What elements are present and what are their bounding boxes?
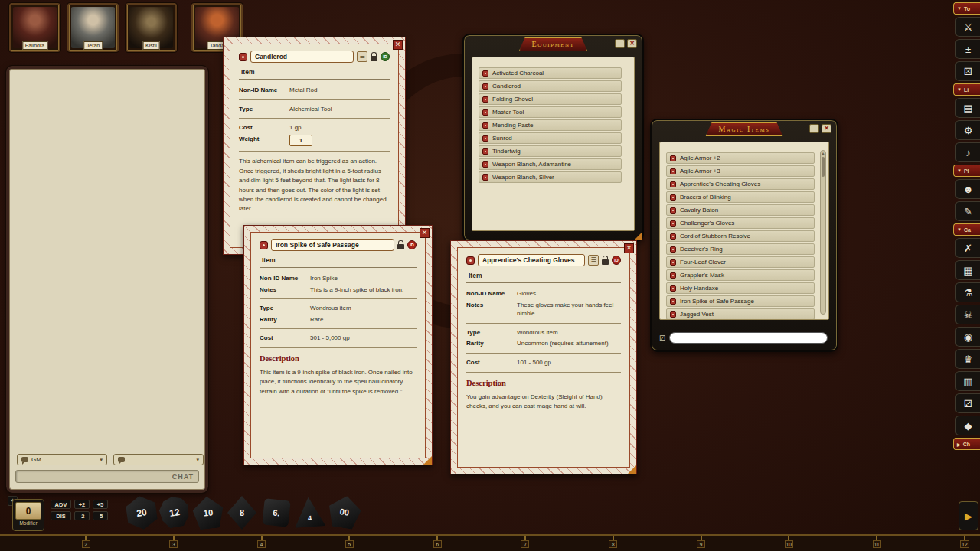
notes-button[interactable]: ☰ xyxy=(357,51,368,62)
hotbar-slot[interactable]: 3 xyxy=(168,536,180,551)
lock-icon[interactable] xyxy=(602,259,609,265)
field-value[interactable]: 101 - 500 gp xyxy=(517,358,621,367)
field-value[interactable]: 1 gp xyxy=(289,123,390,132)
list-item[interactable]: Sunrod xyxy=(479,132,622,144)
resize-grip[interactable] xyxy=(423,456,432,465)
field-value[interactable]: Metal Rod xyxy=(289,86,390,95)
field-value[interactable]: Wondrous item xyxy=(310,304,416,313)
sidebar-section-player[interactable]: ▼ Pl xyxy=(953,165,980,177)
list-item[interactable]: Weapon Blanch, Silver xyxy=(479,171,622,183)
tab-item[interactable]: Item xyxy=(260,256,416,268)
plus2-button[interactable]: +2 xyxy=(74,500,90,509)
item-name-input[interactable] xyxy=(478,254,585,266)
list-item[interactable]: Folding Shovel xyxy=(479,93,622,105)
list-item[interactable]: Mending Paste xyxy=(479,119,622,131)
hotbar-slot[interactable]: 9 xyxy=(695,536,707,551)
field-value[interactable]: Rare xyxy=(310,315,416,324)
field-value[interactable]: Alchemical Tool xyxy=(289,105,390,114)
dis-button[interactable]: DIS xyxy=(51,511,71,520)
lock-icon[interactable] xyxy=(397,244,404,249)
d4-die[interactable]: 4 xyxy=(293,495,326,530)
battle-icon[interactable]: ✗ xyxy=(956,238,980,258)
quests-trophy-icon[interactable]: ♛ xyxy=(956,349,980,369)
identified-badge[interactable]: ID xyxy=(381,52,390,61)
hotbar-slot[interactable]: 10 xyxy=(782,536,795,551)
npc-skull-icon[interactable]: ☠ xyxy=(956,305,980,324)
effects-icon[interactable]: ◆ xyxy=(956,416,980,435)
d8-die[interactable]: 8 xyxy=(227,496,256,530)
images-icon[interactable]: ▦ xyxy=(956,260,980,280)
modules-icon[interactable]: ▤ xyxy=(956,98,980,118)
hotbar-slot[interactable]: 11 xyxy=(871,536,883,551)
portrait-falindra[interactable]: Falindra xyxy=(9,3,60,52)
field-value[interactable]: This is a 9-inch spike of black iron. xyxy=(310,285,416,295)
close-button[interactable]: ✕ xyxy=(627,39,637,48)
list-item[interactable]: Weapon Blanch, Adamantine xyxy=(479,158,622,170)
hotbar-next-button[interactable]: ▶ xyxy=(959,501,978,530)
plus-minus-modifiers-icon[interactable]: ± xyxy=(956,39,980,59)
portrait-jeran[interactable]: Jeran xyxy=(67,3,119,52)
identified-badge[interactable]: ID xyxy=(612,256,621,265)
item-name-input[interactable] xyxy=(271,239,394,251)
list-item[interactable]: Challenger's Gloves xyxy=(666,217,815,229)
scrollbar-thumb[interactable] xyxy=(822,157,825,177)
lock-icon[interactable] xyxy=(371,56,377,61)
d10-die[interactable]: 10 xyxy=(191,495,225,530)
notes-pencil-icon[interactable]: ✎ xyxy=(956,201,980,221)
story-book-icon[interactable]: ▥ xyxy=(956,371,980,391)
hotbar-slot[interactable]: 6 xyxy=(431,536,443,551)
portrait-kistii[interactable]: Kistii xyxy=(126,3,177,52)
sidebar-section-charsheet[interactable]: ▶ Ch xyxy=(953,438,980,450)
parcels-coins-icon[interactable]: ◉ xyxy=(956,327,980,347)
list-item[interactable]: Grappler's Mask xyxy=(666,269,815,281)
items-flask-icon[interactable]: ⚗ xyxy=(956,282,980,302)
list-item[interactable]: Jagged Vest xyxy=(666,308,815,320)
d20-die[interactable]: 20 xyxy=(123,494,160,531)
magic-items-filter-input[interactable] xyxy=(669,332,828,344)
field-value[interactable]: Uncommon (requires attunement) xyxy=(517,339,621,348)
sidebar-section-campaign[interactable]: ▼ Ca xyxy=(953,223,980,236)
minus5-button[interactable]: -5 xyxy=(93,511,108,520)
hotbar-slot[interactable]: 2 xyxy=(80,536,92,551)
dice-icon[interactable]: ⚄ xyxy=(956,61,980,81)
list-item[interactable]: Cavalry Baton xyxy=(666,204,815,216)
item-name-input[interactable] xyxy=(250,51,354,63)
resize-grip[interactable] xyxy=(634,232,642,240)
tables-die-icon[interactable]: ⚂ xyxy=(956,393,980,413)
hotbar-slot[interactable]: 5 xyxy=(343,536,355,551)
crossed-swords-icon[interactable]: ⚔ xyxy=(956,17,980,37)
tab-item[interactable]: Item xyxy=(239,68,390,80)
list-item[interactable]: Agile Armor +2 xyxy=(666,152,815,164)
close-button[interactable]: ✕ xyxy=(624,243,634,253)
list-item[interactable]: Bracers of Blinking xyxy=(666,191,815,203)
list-item[interactable]: Agile Armor +3 xyxy=(666,165,815,177)
scroll-up-icon[interactable]: ▲ xyxy=(821,151,825,156)
field-value[interactable]: Iron Spike xyxy=(310,274,416,283)
close-button[interactable]: ✕ xyxy=(393,40,403,50)
minus2-button[interactable]: -2 xyxy=(74,511,90,520)
list-item[interactable]: Candlerod xyxy=(479,80,622,92)
hotbar-slot[interactable]: 12 xyxy=(959,536,971,551)
chat-speaker-select[interactable]: GM ▾ xyxy=(17,454,107,465)
list-item[interactable]: Activated Charcoal xyxy=(479,67,622,79)
plus5-button[interactable]: +5 xyxy=(93,500,108,509)
modifier-box[interactable]: 0 Modifier xyxy=(12,499,44,531)
list-item[interactable]: Holy Handaxe xyxy=(666,282,815,294)
party-icon[interactable]: ☻ xyxy=(956,179,980,199)
list-item[interactable]: Iron Spike of Safe Passage xyxy=(666,295,815,307)
d100-die[interactable]: 00 xyxy=(326,494,363,530)
list-item[interactable]: Four-Leaf Clover xyxy=(666,256,815,268)
field-value[interactable]: Wondrous item xyxy=(517,328,621,337)
list-item[interactable]: Deceiver's Ring xyxy=(666,243,815,255)
minimize-button[interactable]: – xyxy=(809,124,819,133)
chat-emote-select[interactable]: ▾ xyxy=(113,454,204,465)
adv-button[interactable]: ADV xyxy=(51,500,71,509)
field-value[interactable]: These gloves make your hands feel nimble… xyxy=(517,301,621,318)
close-button[interactable]: ✕ xyxy=(420,228,430,238)
field-value[interactable]: Gloves xyxy=(517,289,621,298)
identified-badge[interactable]: ID xyxy=(407,240,416,249)
list-item[interactable]: Apprentice's Cheating Gloves xyxy=(666,178,815,190)
field-value[interactable]: 501 - 5,000 gp xyxy=(310,334,416,343)
hotbar-slot[interactable]: 7 xyxy=(519,536,531,551)
tab-item[interactable]: Item xyxy=(466,272,621,283)
